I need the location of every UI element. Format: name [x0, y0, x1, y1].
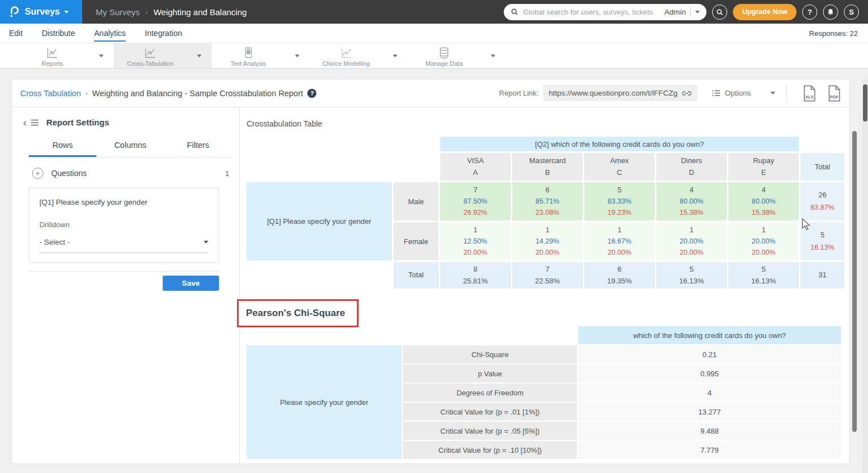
link-icon[interactable] [682, 89, 692, 97]
collapse-panel-icon[interactable]: ‹ [23, 119, 26, 126]
page-scrollbar-track[interactable] [862, 80, 868, 473]
column-code: A [473, 168, 478, 177]
toolbar-item-reports[interactable]: Reports [16, 43, 114, 68]
chevron-down-icon[interactable] [197, 55, 202, 57]
settings-header: ‹ Report Settings [23, 118, 239, 127]
breadcrumb-my-surveys[interactable]: My Surveys [96, 7, 140, 17]
upgrade-button[interactable]: Upgrade Now [733, 4, 797, 20]
report-link-label: Report Link: [499, 89, 539, 97]
total-cell: 825.81% [440, 262, 511, 289]
product-switcher[interactable]: Surveys [0, 0, 82, 24]
notifications-button[interactable] [823, 4, 838, 20]
column-percent: 23.08% [535, 209, 559, 217]
bell-icon [827, 8, 834, 16]
red-annotation-box: Pearson's Chi-Square [237, 299, 359, 327]
search-input[interactable] [523, 8, 660, 16]
product-switcher-label: Surveys [25, 7, 60, 17]
help-icon[interactable]: ? [307, 89, 316, 98]
report-card: Cross Tabulation › Weighting and Balanci… [11, 79, 850, 464]
help-button[interactable]: ? [802, 4, 817, 20]
content-scrollbar-thumb[interactable] [852, 131, 857, 432]
toolbar-item-choice-modelling[interactable]: Choice Modelling [310, 43, 408, 68]
global-search[interactable]: Admin [504, 4, 706, 20]
chevron-down-icon[interactable] [295, 55, 299, 57]
toolbar-item-manage-data[interactable]: Manage Data [408, 43, 505, 68]
stat-value: 9.488 [578, 422, 841, 440]
tab-columns[interactable]: Columns [96, 136, 164, 157]
question-card[interactable]: [Q1] Please specify your gender Drilldow… [29, 188, 219, 263]
toolbar-item-text-analysis[interactable]: Text Analysis [212, 43, 310, 68]
column-name: Mastercard [529, 156, 566, 165]
chi-row-header: Please specify your gender [247, 345, 402, 459]
data-cell: 787.50%26.92% [440, 182, 511, 220]
export-pdf-button[interactable]: PDF [827, 85, 842, 102]
table-row: Please specify your gender Chi-Square 0.… [247, 345, 841, 363]
column-code: C [617, 168, 622, 177]
data-cell: 116.67%20.00% [584, 222, 655, 260]
chevron-down-icon[interactable] [204, 241, 208, 244]
tab-integration[interactable]: Integration [145, 25, 182, 42]
count: 6 [545, 186, 549, 194]
report-link-field[interactable]: https://www.questionpro.com/t/lFFCZg [543, 85, 698, 101]
save-button[interactable]: Save [163, 276, 219, 291]
divider [690, 7, 691, 17]
toolbar-label: Text Analysis [230, 60, 266, 67]
chi-column-header: which of the following credit cards do y… [578, 326, 841, 344]
page-scrollbar-thumb[interactable] [863, 84, 867, 121]
tab-edit[interactable]: Edit [9, 25, 23, 42]
count: 1 [762, 226, 766, 234]
count: 5 [762, 265, 766, 273]
divider [29, 271, 219, 272]
analytics-toolbar: Reports Cross-Tabulation Text Analysis C… [0, 43, 868, 69]
chevron-down-icon[interactable] [771, 92, 775, 94]
report-url[interactable]: https://www.questionpro.com/t/lFFCZg [549, 89, 678, 97]
report-settings-panel: ‹ Report Settings Rows Columns Filters +… [12, 107, 240, 463]
content-scrollbar-track[interactable] [852, 110, 857, 467]
breadcrumb-separator: › [145, 8, 147, 16]
add-question-button[interactable]: + [32, 168, 43, 179]
column-percent: 15.38% [751, 209, 775, 217]
column-percent: 20.00% [679, 249, 703, 256]
xls-label: XLS [802, 94, 817, 100]
data-cell: 120.00%20.00% [728, 222, 799, 260]
column-percent: 20.00% [751, 249, 775, 256]
count: 5 [618, 186, 621, 194]
tab-filters[interactable]: Filters [164, 136, 232, 157]
question-mark-icon: ? [808, 8, 812, 16]
row-total-cell: 2683.87% [800, 182, 844, 220]
total-cell: 619.35% [584, 262, 655, 289]
drilldown-select[interactable]: - Select - [39, 238, 208, 253]
cross-tabulation-link[interactable]: Cross Tabulation [20, 89, 81, 98]
survey-nav-tabs: Edit Distribute Analytics Integration Re… [0, 24, 868, 43]
table-row: [Q2] which of the following credit cards… [247, 137, 844, 151]
chevron-down-icon[interactable] [491, 55, 495, 57]
breadcrumb-survey-name: Weighting and Balancing [154, 7, 247, 17]
hamburger-icon[interactable] [30, 119, 39, 126]
total-percent: 16.13% [811, 244, 834, 251]
stat-value: 0.21 [578, 345, 841, 363]
account-avatar[interactable]: S [844, 4, 859, 20]
chevron-down-icon[interactable] [393, 55, 397, 57]
settings-tabs: Rows Columns Filters [29, 136, 232, 157]
tab-distribute[interactable]: Distribute [42, 25, 75, 42]
row-percent: 83.33% [607, 197, 631, 205]
toolbar-item-cross-tabulation[interactable]: Cross-Tabulation [114, 43, 212, 68]
data-cell: 583.33%19.23% [584, 182, 655, 220]
count: 7 [473, 186, 477, 194]
row-percent: 87.50% [463, 197, 487, 205]
question-text[interactable]: [Q1] Please specify your gender [39, 198, 208, 206]
options-button[interactable]: Options [712, 89, 775, 97]
search-button[interactable] [712, 4, 727, 20]
crosstab-main: Crosstabulation Table [Q2] which of the … [240, 107, 849, 463]
list-icon [712, 89, 721, 97]
tab-analytics[interactable]: Analytics [94, 25, 126, 42]
table-row: which of the following credit cards do y… [247, 326, 841, 344]
row-percent: 14.29% [535, 237, 559, 245]
tab-rows[interactable]: Rows [29, 136, 96, 157]
search-scope-selector[interactable]: Admin [664, 8, 686, 16]
row-label-male: Male [393, 182, 439, 220]
export-xls-button[interactable]: XLS [802, 85, 817, 102]
chevron-down-icon[interactable] [695, 11, 700, 13]
chevron-down-icon[interactable] [99, 55, 104, 57]
database-icon [439, 47, 450, 59]
